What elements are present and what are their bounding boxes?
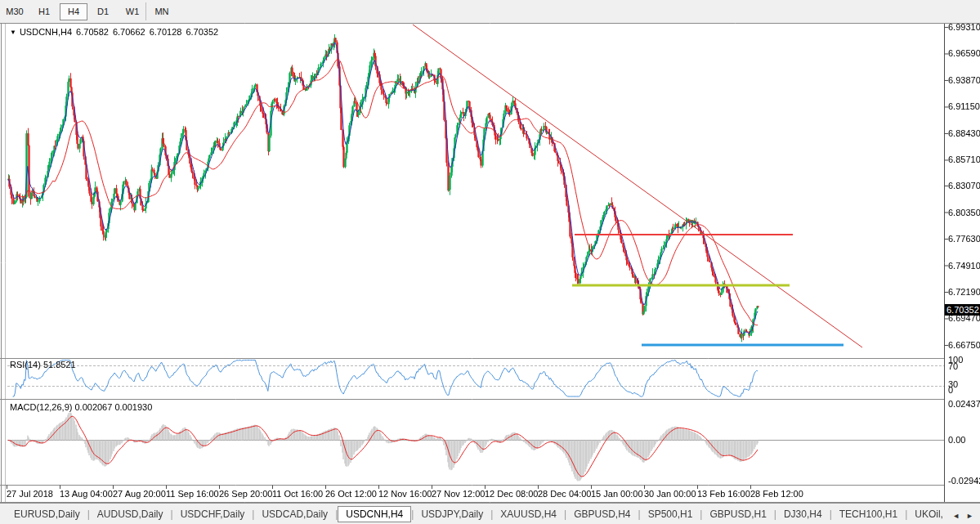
chart-tab-ukoil[interactable]: UKOil, [907, 506, 951, 522]
chart-tab-gbpusd-h1[interactable]: GBPUSD,H1 [702, 506, 773, 522]
chart-tab-xauusd-h4[interactable]: XAUUSD,H4 [493, 506, 564, 522]
price-axis-label: 6.99310 [948, 22, 980, 33]
ohlc-high: 6.70662 [113, 27, 145, 37]
timeframe-button-d1[interactable]: D1 [89, 3, 117, 20]
time-axis-label: 28 Dec 04:00 [538, 489, 591, 499]
ohlc-open: 6.70582 [76, 27, 109, 37]
chart-tab-usdjpy-daily[interactable]: USDJPY,Daily [414, 506, 490, 522]
time-axis-label: 27 Nov 12:00 [432, 489, 485, 499]
chart-tab-usdchf-daily[interactable]: USDCHF,Daily [173, 506, 253, 522]
time-axis-label: 26 Sep 20:00 [219, 489, 272, 499]
rsi-indicator-label: RSI(14) 51.8521 [10, 360, 76, 370]
timeframe-button-h1[interactable]: H1 [30, 3, 58, 20]
price-axis-label: 6.77630 [948, 234, 980, 244]
macd-axis-label: -0.029423 [948, 476, 980, 486]
rsi-axis-label: 0 [948, 385, 953, 396]
tab-scroll-buttons: ◄► [947, 506, 978, 522]
price-axis-label: 6.74910 [948, 261, 980, 271]
timeframe-toolbar: M30H1H4D1W1MN [0, 0, 980, 23]
price-axis-label: 6.93870 [948, 75, 980, 86]
trading-terminal-window: M30H1H4D1W1MN ▼USDCNH,H46.705826.706626.… [0, 0, 980, 524]
tabs-scroll-left-button[interactable]: ◄ [949, 511, 963, 521]
time-axis-label: 13 Aug 04:00 [60, 489, 113, 499]
chart-tab-usdcnh-h4[interactable]: USDCNH,H4 [338, 506, 411, 522]
price-axis-label: 6.88430 [948, 128, 980, 139]
chart-tab-sp500-h1[interactable]: SP500,H1 [641, 506, 700, 522]
time-axis-label: 12 Dec 08:00 [485, 489, 538, 499]
time-axis-label: 12 Nov 16:00 [378, 489, 432, 499]
current-price-tag: 6.70352 [945, 304, 980, 316]
chart-legend: ▼USDCNH,H46.705826.706626.701286.70352 [10, 27, 218, 37]
time-axis-label: 11 Oct 16:00 [272, 489, 323, 499]
rsi-axis-label: 70 [948, 361, 958, 372]
chart-tab-dj30-h4[interactable]: DJ30,H4 [776, 506, 830, 522]
time-axis-label: 27 Aug 20:00 [113, 489, 166, 499]
macd-axis-label: 0.024372 [948, 399, 980, 410]
chart-tab-bar: EURUSD,Daily|AUDUSD,Daily|USDCHF,Daily|U… [0, 503, 980, 524]
time-axis-label: 13 Feb 16:00 [697, 489, 750, 499]
symbol-dropdown-icon[interactable]: ▼ [10, 29, 16, 36]
price-axis-label: 6.72190 [948, 287, 980, 298]
time-axis-label: 11 Sep 16:00 [166, 489, 219, 499]
timeframe-button-w1[interactable]: W1 [119, 3, 146, 20]
time-axis-label: 28 Feb 12:00 [750, 489, 803, 499]
price-axis-label: 6.85710 [948, 155, 980, 165]
timeframe-button-h4[interactable]: H4 [60, 3, 87, 20]
timeframe-button-mn[interactable]: MN [148, 3, 176, 20]
chart-tab-usdcad-daily[interactable]: USDCAD,Daily [254, 506, 335, 522]
chart-canvas[interactable] [0, 0, 980, 524]
macd-indicator-label: MACD(12,26,9) 0.002067 0.001930 [10, 402, 152, 413]
price-axis-label: 6.96590 [948, 48, 980, 59]
price-axis-label: 6.80350 [948, 208, 980, 218]
chart-tab-audusd-daily[interactable]: AUDUSD,Daily [90, 506, 171, 522]
price-axis-label: 6.91150 [948, 101, 980, 112]
time-axis-label: 30 Jan 00:00 [644, 489, 696, 499]
chart-tab-tech100-h1[interactable]: TECH100,H1 [832, 506, 905, 522]
chart-tab-gbpusd-h4[interactable]: GBPUSD,H4 [566, 506, 638, 522]
chart-tab-eurusd-daily[interactable]: EURUSD,Daily [7, 506, 87, 522]
price-axis-label: 6.83070 [948, 181, 980, 191]
time-axis-label: 15 Jan 00:00 [591, 489, 643, 499]
tabs-scroll-right-button[interactable]: ► [963, 511, 977, 521]
price-axis-label: 6.66750 [948, 340, 980, 351]
time-axis-label: 26 Oct 12:00 [325, 489, 377, 499]
ohlc-close: 6.70352 [186, 27, 218, 37]
timeframe-button-m30[interactable]: M30 [1, 3, 29, 20]
chart-symbol-period: USDCNH,H4 [20, 27, 72, 37]
macd-axis-label: 0.00 [948, 435, 965, 446]
ohlc-low: 6.70128 [150, 27, 182, 37]
time-axis-label: 27 Jul 2018 [7, 489, 53, 499]
